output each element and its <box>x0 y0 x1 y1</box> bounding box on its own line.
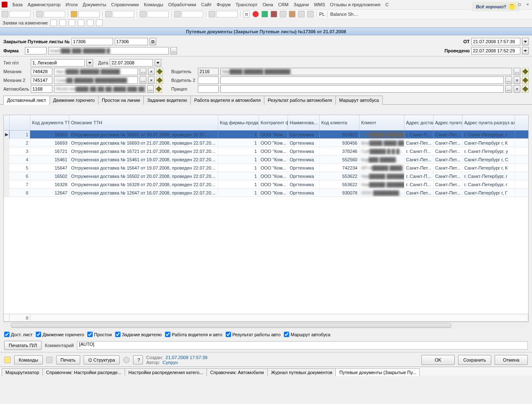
chk-dost[interactable]: Дост. лист <box>4 332 32 337</box>
tab-task[interactable]: Задание водителю <box>143 96 191 105</box>
ok-button[interactable]: OK <box>421 355 455 365</box>
stop-icon[interactable] <box>252 11 259 17</box>
tab-route[interactable]: Маршрут автобуса <box>335 96 383 105</box>
col-contractor[interactable]: Контрагент фирмы-пр... <box>259 115 288 130</box>
menu-tasks[interactable]: Задачи <box>291 1 311 8</box>
mechanic2-picker[interactable]: … <box>140 76 146 84</box>
wtab-router[interactable]: Маршрутизатор <box>2 368 43 376</box>
chk-fuel[interactable]: Движение горючего <box>36 332 84 337</box>
menu-refs[interactable]: Справочники <box>109 1 142 8</box>
driver-edit[interactable] <box>522 68 529 75</box>
type-dropdown[interactable] <box>86 59 93 67</box>
mechanic2-code[interactable]: 745147 <box>31 76 52 84</box>
menu-transport[interactable]: Транспорт <box>233 1 260 8</box>
print-waybill-button[interactable]: Печатать П/Л <box>4 341 42 350</box>
table-row[interactable]: 316721Отгруженная доставка № 16721 от 21… <box>4 147 528 155</box>
tool-icon-4[interactable] <box>105 11 112 17</box>
wtab-journal[interactable]: Журнал путевых документов <box>267 368 336 376</box>
col-firm[interactable]: Код фирмы-продавца <box>218 115 259 130</box>
trailer-code[interactable] <box>198 85 219 93</box>
printer-icon[interactable] <box>46 357 53 363</box>
chk-idle[interactable]: Простои <box>87 332 112 337</box>
menu-documents[interactable]: Документы <box>80 1 109 8</box>
firm-picker-button[interactable]: … <box>170 47 177 54</box>
mechanic-name[interactable]: Чист████ ██████ ██████ <box>54 68 138 75</box>
menu-itogi[interactable]: Итоги <box>63 1 80 8</box>
table-row[interactable]: 812647Отгруженная доставка № 12647 от 16… <box>4 189 528 197</box>
save-button[interactable]: Сохранить <box>458 355 491 365</box>
mechanic2-name[interactable]: Супр██ ██████ ██████████ <box>54 76 138 84</box>
wtab-ref-auto[interactable]: Справочник: Автомобили <box>207 368 268 376</box>
comment-input[interactable]: [AUTO] <box>77 341 528 350</box>
pi-icon[interactable]: π <box>243 11 250 17</box>
auto-picker[interactable]: … <box>147 85 154 93</box>
req-icon-4[interactable] <box>78 20 84 26</box>
menu-site[interactable]: Сайт <box>199 1 214 8</box>
date-ot-dropdown[interactable] <box>522 38 529 45</box>
req-icon-5[interactable] <box>87 20 94 26</box>
date-prov-input[interactable]: 22.07.2008 17:52:29 <box>471 47 520 54</box>
table-row[interactable]: 216693Отгруженная доставка № 16693 от 21… <box>4 139 528 147</box>
menu-windows[interactable]: Окна <box>260 1 276 8</box>
wtab-dist-settings[interactable]: Настройки распределения катего... <box>125 368 207 376</box>
tool-input-3[interactable] <box>78 11 100 17</box>
number-to-input[interactable]: 17306 <box>115 38 148 45</box>
grid-tool-1[interactable] <box>5 106 12 113</box>
menu-commands[interactable]: Команды <box>141 1 166 8</box>
driver2-picker[interactable]: … <box>505 76 512 84</box>
date-prov-dropdown[interactable] <box>522 47 529 54</box>
date-dropdown[interactable] <box>155 59 161 67</box>
driver2-clear[interactable]: × <box>514 76 520 84</box>
tab-delivery[interactable]: Доставочный лист <box>3 96 50 105</box>
menu-wms[interactable]: WMS <box>311 1 328 8</box>
driver-picker[interactable]: … <box>514 68 520 75</box>
table-row[interactable]: ▶116501Отгруженная доставка № 16501 от 2… <box>4 131 528 139</box>
commands-button[interactable]: Команды <box>14 355 43 365</box>
mechanic-edit[interactable] <box>156 68 163 75</box>
chk-route[interactable]: Маршрут автобуса <box>284 332 330 337</box>
col-cargo[interactable]: Наименова... груза <box>288 115 320 130</box>
book-icon[interactable] <box>289 11 296 17</box>
table-row[interactable]: 515647Отгруженная доставка № 15647 от 19… <box>4 164 528 172</box>
tool-icon-6[interactable] <box>174 11 181 17</box>
driver2-edit[interactable] <box>522 76 529 84</box>
toolbar-balance-label[interactable]: Balance Sh… <box>330 12 358 17</box>
grid-tool-3[interactable] <box>23 106 30 113</box>
search-icon[interactable] <box>298 11 305 17</box>
firm-code-input[interactable]: 1 <box>25 47 47 54</box>
grid-tool-6[interactable] <box>51 106 57 113</box>
trailer-clear[interactable]: × <box>514 85 520 93</box>
tool-input-2[interactable] <box>44 11 65 17</box>
date-input[interactable]: 22.07.2008 <box>110 59 153 67</box>
tool-icon-3[interactable] <box>71 11 77 17</box>
chk-result[interactable]: Результат работы авто <box>226 332 281 337</box>
globe-icon[interactable] <box>280 11 286 17</box>
grid-tool-4[interactable] <box>32 106 39 113</box>
req-icon-2[interactable] <box>59 20 66 26</box>
chk-task[interactable]: Задание водителю <box>115 332 162 337</box>
table-row[interactable]: 415461Отгруженная доставка № 15461 от 19… <box>4 155 528 164</box>
trailer-edit[interactable] <box>522 85 529 93</box>
cancel-button[interactable]: Отмена <box>495 355 528 365</box>
col-client[interactable]: Клиент <box>360 115 404 130</box>
col-desc[interactable]: Описание ТТН <box>69 115 218 130</box>
shield-icon[interactable] <box>261 11 268 17</box>
req-icon-3[interactable] <box>69 20 75 26</box>
number-picker-button[interactable]: ⧉ <box>150 38 156 45</box>
tab-work[interactable]: Работа водителя и автомобиля <box>190 96 264 105</box>
tool-input-6[interactable] <box>182 11 203 17</box>
clip-icon[interactable] <box>123 357 130 363</box>
wtab-waybills[interactable]: Путевые документы (Закрытые Пу... <box>335 368 420 376</box>
tab-result[interactable]: Результат работы автомобиля <box>264 96 336 105</box>
menu-handlers[interactable]: Обработчики <box>166 1 199 8</box>
structure-button[interactable]: ⌬Структура <box>84 355 120 365</box>
menu-more[interactable]: C <box>383 1 391 8</box>
number-from-input[interactable]: 17306 <box>71 38 113 45</box>
menu-forum[interactable]: Форум <box>214 1 233 8</box>
mechanic-clear[interactable]: × <box>148 68 155 75</box>
mechanic-picker[interactable]: … <box>140 68 146 75</box>
mechanic-code[interactable]: 748428 <box>31 68 52 75</box>
table-row[interactable]: 616502Отгруженная доставка № 16502 от 20… <box>4 172 528 180</box>
tool-input-5[interactable] <box>147 11 169 17</box>
col-load-addr[interactable]: Адрес пункта погрузки↗ <box>433 115 463 130</box>
